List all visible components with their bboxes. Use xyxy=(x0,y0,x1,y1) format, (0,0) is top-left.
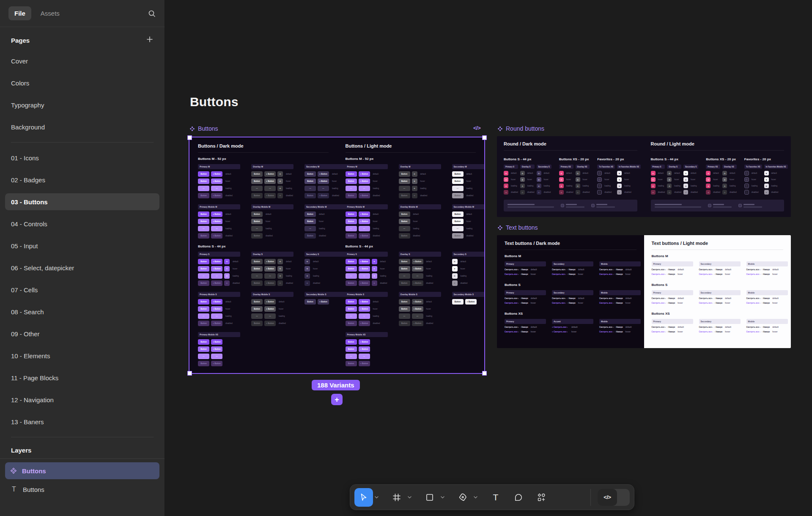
round-panel-round-dark-mode: Round / Dark modeButtons S - 44 pxPrimar… xyxy=(497,136,644,217)
sidebar-item-04-controls[interactable]: 04 - Controls xyxy=(5,213,159,235)
variant-group-header: Overlay Mobile M xyxy=(251,204,294,209)
mini-button: ✛ xyxy=(412,178,417,184)
mini-button: ✛ xyxy=(277,273,283,279)
sidebar-item-06-select-datepicker[interactable]: 06 - Select, datepicker xyxy=(5,257,159,279)
tab-assets[interactable]: Assets xyxy=(35,6,66,20)
mini-button: ··· xyxy=(211,226,222,231)
variant-row: ♡disabled xyxy=(744,190,762,195)
move-tool-button[interactable] xyxy=(354,488,373,507)
variant-row: Buttondisabled xyxy=(251,233,294,239)
state-caption: hover xyxy=(544,178,549,181)
sidebar-item-13-baners[interactable]: 13 - Baners xyxy=(5,411,159,433)
round-panel-round-light-mode: Round / Light modeButtons S - 44 pxPrima… xyxy=(644,136,791,217)
canvas[interactable]: Buttons Buttons </> Round buttons Text b… xyxy=(165,0,812,516)
variant-row: ♡disabled xyxy=(597,190,615,195)
state-caption: loading xyxy=(511,185,517,187)
tab-file[interactable]: File xyxy=(8,6,31,20)
sidebar-item-12-navigation[interactable]: 12 - Navigation xyxy=(5,389,159,411)
state-caption: hover xyxy=(725,331,730,333)
variant-row: ♡hover xyxy=(744,177,762,182)
state-caption: hover xyxy=(583,178,587,181)
layer-item-buttons[interactable]: TButtons xyxy=(5,481,159,498)
sidebar-item-10-elements[interactable]: 10 - Elements xyxy=(5,345,159,367)
add-page-button[interactable] xyxy=(146,36,154,45)
sidebar-item-01-icons[interactable]: 01 - Icons xyxy=(5,147,159,169)
variant-row: ✛hover xyxy=(706,177,720,182)
state-caption: disabled xyxy=(691,191,698,193)
mini-button: + Button xyxy=(412,321,423,326)
plus-icon xyxy=(146,36,154,43)
text-column-mobile: MobileСмотреть все ›↑ НаверхdefaultСмотр… xyxy=(599,290,641,307)
sidebar-item-08-search[interactable]: 08 - Search xyxy=(5,301,159,323)
mini-button: Button xyxy=(198,361,209,366)
variant-group-row: Primary Mobile XSButton+ ButtonButton+ B… xyxy=(198,332,329,368)
selection-handle-ne[interactable] xyxy=(482,135,487,140)
open-dev-resources-icon[interactable]: </> xyxy=(473,125,480,131)
variant-row: Button+ Button✛disabled xyxy=(251,193,294,198)
frame-tool-chevron[interactable] xyxy=(406,496,413,499)
sidebar-item-05-input[interactable]: 05 - Input xyxy=(5,235,159,257)
sidebar-item-07-cells[interactable]: 07 - Cells xyxy=(5,279,159,301)
sidebar-item-typography[interactable]: Typography xyxy=(5,94,159,116)
sidebar-item-09-other[interactable]: 09 - Other xyxy=(5,323,159,345)
sidebar-item-02-badges[interactable]: 02 - Badges xyxy=(5,169,159,191)
round-mini-button: ✛ xyxy=(722,171,727,176)
sidebar-tabbar: File Assets xyxy=(0,0,165,27)
text-link-row: Смотреть все ›↑ Наверхdefault xyxy=(599,326,641,328)
state-caption: hover xyxy=(313,268,318,270)
frame-label-text-buttons[interactable]: Text buttons xyxy=(497,224,538,231)
shape-tool-chevron[interactable] xyxy=(439,496,446,499)
variant-row: ✛hover xyxy=(576,177,590,182)
variant-group-header: Primary S xyxy=(504,165,518,169)
pen-tool-button[interactable] xyxy=(453,488,472,507)
sidebar-item-background[interactable]: Background xyxy=(5,116,159,138)
variant-row: ✛loading xyxy=(722,184,737,188)
selection-handle-se[interactable] xyxy=(482,371,487,376)
mini-button: ··· xyxy=(264,273,276,279)
state-caption: loading xyxy=(420,187,427,189)
panel-title: Text buttons / Dark mode xyxy=(505,241,636,246)
text-tool-button[interactable]: T xyxy=(486,488,505,507)
mini-button: + Button xyxy=(359,171,370,177)
divider xyxy=(346,152,476,153)
state-caption: disabled xyxy=(313,282,320,284)
frame-label-round-buttons[interactable]: Round buttons xyxy=(497,125,544,132)
state-caption: loading xyxy=(373,187,379,189)
move-tool-chevron[interactable] xyxy=(373,496,380,499)
variant-group-header: Mobile xyxy=(599,261,641,266)
variant-group-header: Primary xyxy=(505,290,546,295)
variants-badge[interactable]: 188 Variants xyxy=(312,380,360,390)
comment-tool-button[interactable] xyxy=(509,488,528,507)
variant-row: Buttondisabled xyxy=(399,233,441,239)
selection-handle-sw[interactable] xyxy=(187,371,192,376)
frame-buttons[interactable]: Buttons / Dark modeButtons M - 52 pxPrim… xyxy=(189,137,484,373)
round-mini-button: ✛ xyxy=(683,177,688,182)
actions-tool-button[interactable] xyxy=(532,488,551,507)
frame-tool-button[interactable] xyxy=(387,488,406,507)
frame-text-buttons[interactable]: Text buttons / Dark modeButtons MPrimary… xyxy=(497,235,791,348)
frame-label-buttons[interactable]: Buttons xyxy=(189,125,218,132)
mini-button: ··· xyxy=(198,226,209,231)
state-caption: hover xyxy=(674,178,679,181)
layer-item-buttons[interactable]: Buttons xyxy=(5,462,159,479)
search-button[interactable] xyxy=(148,9,156,18)
mini-button: ✛ xyxy=(412,193,417,198)
sidebar-item-03-buttons[interactable]: 03 - Buttons xyxy=(5,193,159,210)
sidebar-item-cover[interactable]: Cover xyxy=(5,50,159,72)
sidebar-item-11-page-blocks[interactable]: 11 - Page Blocks xyxy=(5,367,159,389)
text-link-view-all: Смотреть все › xyxy=(699,273,713,275)
variant-row: ✛disabled xyxy=(683,190,698,195)
divider xyxy=(652,250,784,250)
state-caption: hover xyxy=(420,180,425,182)
sidebar-item-colors[interactable]: Colors xyxy=(5,72,159,94)
mini-button: Button xyxy=(399,233,410,239)
text-link-to-top: ↑ Наверх xyxy=(567,297,576,299)
shape-tool-button[interactable] xyxy=(420,488,439,507)
variant-group-header: Overlay XS xyxy=(576,165,590,169)
selection-handle-nw[interactable] xyxy=(187,135,192,140)
pen-tool-chevron[interactable] xyxy=(472,496,479,499)
frame-round-buttons[interactable]: Round / Dark modeButtons S - 44 pxPrimar… xyxy=(497,136,791,217)
add-variant-button[interactable]: + xyxy=(331,394,343,405)
dev-mode-toggle[interactable]: </> xyxy=(598,489,630,506)
variant-row: ♥default xyxy=(617,171,641,176)
